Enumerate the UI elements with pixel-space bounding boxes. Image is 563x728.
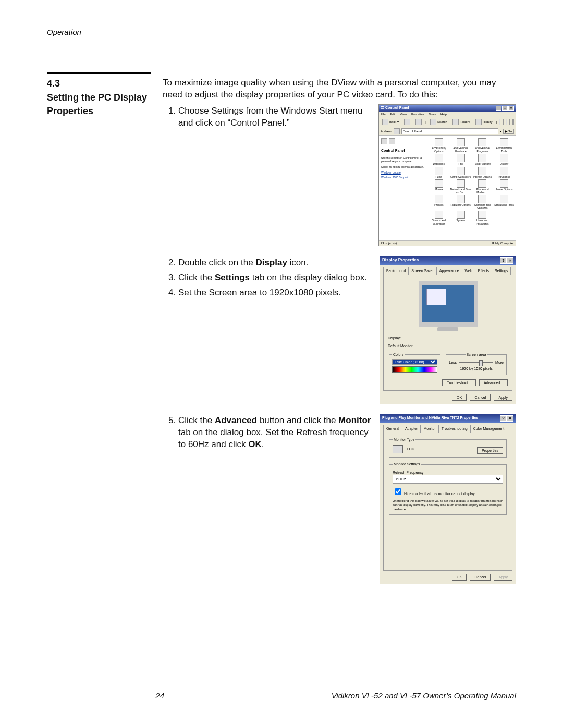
cp-item[interactable]: Mouse bbox=[429, 179, 449, 194]
adv-titlebar: Plug and Play Monitor and NVidia Riva TN… bbox=[380, 414, 516, 423]
tab-settings[interactable]: Settings bbox=[492, 267, 511, 275]
history-button[interactable]: History bbox=[474, 118, 494, 126]
ok-button[interactable]: OK bbox=[452, 574, 467, 581]
cp-menubar[interactable]: File Edit View Favorites Tools Help bbox=[379, 112, 516, 117]
cp-addressbar[interactable]: Address ▾ ▶Go bbox=[379, 127, 516, 136]
cp-item[interactable]: Keyboard bbox=[494, 167, 515, 179]
cp-item[interactable]: System bbox=[450, 211, 471, 225]
cp-item[interactable]: Add/Remove Programs bbox=[472, 138, 493, 153]
properties-button[interactable]: Properties bbox=[477, 447, 503, 454]
tool-icon[interactable] bbox=[509, 119, 511, 125]
cp-item[interactable]: Fonts bbox=[429, 167, 449, 179]
cp-item[interactable]: Printers bbox=[429, 195, 449, 209]
cp-item[interactable]: Network and Dial-up Co... bbox=[450, 179, 471, 194]
colors-select[interactable]: True Color (32 bit) bbox=[392, 359, 437, 365]
cp-side-title: Control Panel bbox=[381, 148, 425, 154]
cp-item[interactable]: Administrative Tools bbox=[494, 138, 515, 153]
cp-item[interactable]: Scheduled Tasks bbox=[494, 195, 515, 209]
cp-item[interactable]: Display bbox=[494, 154, 515, 166]
slider-thumb[interactable] bbox=[479, 360, 483, 366]
help-icon[interactable]: ? bbox=[500, 257, 507, 264]
step-1: Choose Settings from the Windows Start m… bbox=[178, 105, 371, 129]
menu-help[interactable]: Help bbox=[440, 113, 447, 116]
resolution-slider[interactable]: Less More bbox=[449, 360, 504, 365]
cp-link-update[interactable]: Windows Update bbox=[381, 171, 425, 175]
cp-item-label: Fonts bbox=[429, 176, 449, 179]
tool-icon[interactable] bbox=[503, 119, 504, 125]
cp-item[interactable]: Phone and Modem ... bbox=[472, 179, 493, 194]
cp-item[interactable]: Date/Time bbox=[429, 154, 449, 166]
close-icon[interactable]: × bbox=[508, 106, 514, 111]
cp-item[interactable]: Scanners and Cameras bbox=[472, 195, 493, 209]
troubleshoot-button[interactable]: Troubleshoot... bbox=[442, 379, 475, 386]
dp-window-buttons[interactable]: ?× bbox=[500, 257, 513, 264]
help-icon[interactable]: ? bbox=[500, 415, 507, 422]
menu-view[interactable]: View bbox=[400, 113, 407, 116]
cp-link-support[interactable]: Windows 2000 Support bbox=[381, 176, 425, 179]
maximize-icon[interactable]: □ bbox=[502, 106, 508, 111]
minimize-icon[interactable]: _ bbox=[496, 106, 501, 111]
figure-advanced-properties: Plug and Play Monitor and NVidia Riva TN… bbox=[380, 414, 516, 584]
step-5: Click the Advanced button and click the … bbox=[178, 415, 372, 451]
menu-file[interactable]: File bbox=[381, 113, 386, 116]
go-button[interactable]: ▶Go bbox=[503, 129, 514, 134]
tab-background[interactable]: Background bbox=[383, 267, 409, 274]
tab-effects[interactable]: Effects bbox=[475, 267, 492, 274]
search-button[interactable]: Search bbox=[429, 118, 449, 126]
menu-edit[interactable]: Edit bbox=[390, 113, 395, 116]
folders-button[interactable]: Folders bbox=[451, 118, 472, 126]
dp-tabstrip[interactable]: Background Screen Saver Appearance Web E… bbox=[380, 265, 516, 274]
cp-item[interactable]: Folder Options bbox=[472, 154, 493, 166]
back-button[interactable]: Back ▾ bbox=[381, 118, 400, 126]
cancel-button[interactable]: Cancel bbox=[470, 394, 491, 401]
cp-toolbar[interactable]: Back ▾ | Search Folders History | bbox=[379, 117, 516, 127]
refresh-select[interactable]: 60Hz bbox=[393, 475, 503, 484]
cp-item[interactable]: Regional Options bbox=[450, 195, 471, 209]
adv-window-buttons[interactable]: ?× bbox=[500, 415, 513, 422]
cp-item[interactable]: Add/Remove Hardware bbox=[450, 138, 471, 153]
tab-general[interactable]: General bbox=[383, 425, 402, 432]
menu-favorites[interactable]: Favorites bbox=[411, 113, 424, 116]
cp-item[interactable]: Users and Passwords bbox=[472, 211, 493, 225]
advanced-button[interactable]: Advanced... bbox=[479, 379, 508, 386]
address-input[interactable] bbox=[401, 128, 498, 134]
cp-item-label: Accessibility Options bbox=[429, 147, 449, 153]
cp-item[interactable]: Accessibility Options bbox=[429, 138, 449, 153]
monitor-settings-fieldset: Monitor Settings Refresh Frequency: 60Hz… bbox=[389, 462, 507, 515]
close-icon[interactable]: × bbox=[507, 415, 513, 422]
monitor-icon bbox=[393, 445, 403, 453]
tab-color-management[interactable]: Color Management bbox=[470, 425, 508, 432]
adv-tabstrip[interactable]: General Adapter Monitor Troubleshooting … bbox=[380, 423, 516, 432]
cp-item[interactable]: Fax bbox=[450, 154, 471, 166]
apply-button[interactable]: Apply bbox=[494, 394, 512, 401]
intro-text: To maximize image quality when using the… bbox=[163, 77, 516, 101]
cp-item-label: Users and Passwords bbox=[472, 219, 493, 225]
cp-item[interactable]: Power Options bbox=[494, 179, 515, 194]
cp-window-buttons[interactable]: _□× bbox=[495, 105, 514, 111]
cp-item[interactable]: Internet Options bbox=[472, 167, 493, 179]
monitor-type-fieldset: Monitor Type LCD Properties bbox=[389, 437, 507, 458]
hide-modes-checkbox[interactable] bbox=[395, 488, 401, 495]
tab-troubleshooting[interactable]: Troubleshooting bbox=[438, 425, 471, 432]
ok-button[interactable]: OK bbox=[452, 394, 467, 401]
tool-icon[interactable] bbox=[499, 119, 500, 125]
section-rule bbox=[47, 72, 151, 74]
forward-button[interactable] bbox=[402, 118, 412, 126]
cp-item[interactable]: Sounds and Multimedia bbox=[429, 211, 449, 225]
tab-monitor[interactable]: Monitor bbox=[420, 425, 438, 433]
cancel-button[interactable]: Cancel bbox=[470, 574, 491, 581]
up-button[interactable] bbox=[414, 118, 423, 126]
tab-web[interactable]: Web bbox=[462, 267, 475, 274]
dropdown-icon[interactable]: ▾ bbox=[500, 129, 501, 133]
tool-icon[interactable] bbox=[506, 119, 507, 125]
section-heading: 4.3 Setting the PC Display Properties bbox=[47, 77, 151, 117]
menu-tools[interactable]: Tools bbox=[429, 113, 436, 116]
refresh-label: Refresh Frequency: bbox=[393, 470, 503, 475]
cp-item[interactable]: Game Controllers bbox=[450, 167, 471, 179]
apply-button[interactable]: Apply bbox=[494, 574, 512, 581]
tool-icon[interactable] bbox=[512, 119, 514, 125]
close-icon[interactable]: × bbox=[507, 257, 513, 264]
tab-appearance[interactable]: Appearance bbox=[436, 267, 462, 274]
tab-screensaver[interactable]: Screen Saver bbox=[408, 267, 436, 274]
tab-adapter[interactable]: Adapter bbox=[402, 425, 421, 432]
